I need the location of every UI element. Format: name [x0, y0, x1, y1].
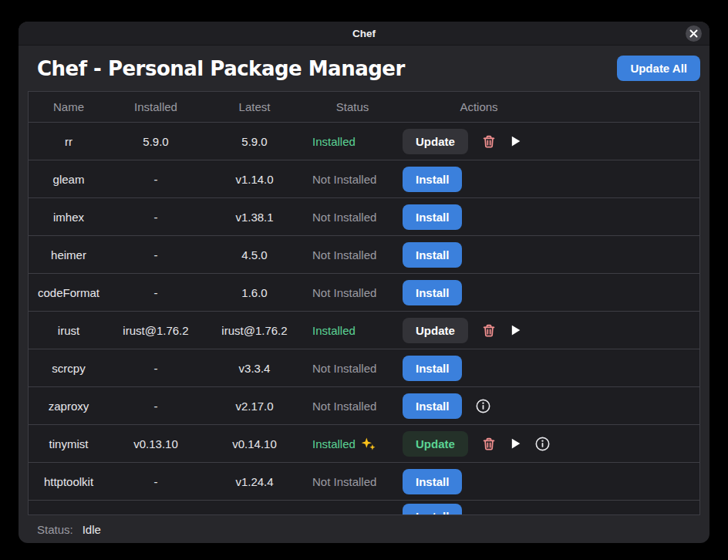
cell-installed: - [109, 400, 203, 413]
cell-latest: v0.14.10 [203, 437, 306, 450]
trash-icon [482, 134, 496, 149]
play-icon [510, 324, 521, 336]
trash-icon [482, 437, 496, 451]
cell-name: codeFormat [29, 286, 109, 299]
cell-installed: 5.9.0 [109, 135, 203, 148]
window-title: Chef [352, 28, 376, 39]
install-button[interactable]: Install [403, 167, 462, 192]
cell-actions: Update [399, 318, 699, 343]
cell-latest: v1.38.1 [203, 211, 306, 224]
cell-status: Not Installed [306, 211, 399, 224]
cell-actions: Update [399, 431, 699, 457]
run-button[interactable] [510, 132, 521, 150]
status-text: Installed [312, 324, 356, 337]
install-button[interactable]: Install [403, 469, 462, 494]
column-header-status: Status [306, 100, 399, 113]
close-button[interactable] [686, 25, 702, 42]
install-button[interactable]: Install [403, 204, 462, 230]
cell-status: Installed [306, 135, 399, 148]
cell-installed: - [109, 173, 203, 186]
column-header-installed: Installed [109, 100, 203, 113]
cell-installed: - [109, 362, 203, 375]
cell-actions: Update [399, 129, 699, 154]
table-row: irustirust@1.76.2irust@1.76.2InstalledUp… [29, 312, 699, 349]
info-button[interactable] [476, 396, 490, 415]
delete-button[interactable] [482, 434, 496, 453]
cell-name: zaproxy [29, 400, 109, 413]
cell-latest: v1.24.4 [203, 475, 306, 488]
run-button[interactable] [510, 434, 521, 453]
table-row: scrcpy-v3.3.4Not InstalledInstall [29, 349, 699, 387]
cell-status: Not Installed [306, 286, 399, 299]
info-icon [535, 437, 550, 451]
cell-name: heimer [29, 248, 109, 261]
cell-status: Not Installed [306, 173, 399, 186]
table-row: zaproxy-v2.17.0Not InstalledInstall [29, 387, 699, 425]
play-icon [510, 135, 521, 147]
page-title: Chef - Personal Package Manager [28, 57, 405, 80]
delete-button[interactable] [482, 321, 496, 339]
cell-latest: 5.9.0 [203, 135, 306, 148]
cell-latest: v3.3.4 [203, 362, 306, 375]
cell-latest: v2.17.0 [203, 400, 306, 413]
cell-name: scrcpy [29, 362, 109, 375]
cell-actions: Install [399, 469, 699, 494]
status-text: Not Installed [312, 248, 376, 261]
cell-actions: Install [399, 167, 699, 192]
cell-actions: Install [399, 242, 699, 268]
titlebar: Chef [19, 22, 709, 46]
cell-name: httptoolkit [29, 475, 109, 488]
update-button[interactable]: Update [403, 431, 468, 457]
cell-latest: irust@1.76.2 [203, 324, 306, 337]
status-text: Not Installed [312, 173, 376, 186]
install-button[interactable]: Install [403, 504, 462, 515]
cell-actions: Install [399, 280, 699, 305]
cell-latest: 4.5.0 [203, 248, 306, 261]
table-row: heimer-4.5.0Not InstalledInstall [29, 236, 699, 274]
cell-installed: - [109, 211, 203, 224]
table-row: codeFormat-1.6.0Not InstalledInstall [29, 274, 699, 312]
cell-installed: irust@1.76.2 [109, 324, 203, 337]
cell-installed: v0.13.10 [109, 437, 203, 450]
play-icon [510, 437, 521, 450]
cell-latest: v1.14.0 [203, 173, 306, 186]
install-button[interactable]: Install [403, 280, 462, 305]
cell-installed: - [109, 248, 203, 261]
cell-name: imhex [29, 211, 109, 224]
cell-installed: - [109, 475, 203, 488]
app-window: Chef Chef - Personal Package Manager Upd… [19, 22, 709, 543]
status-text: Not Installed [312, 475, 376, 488]
status-text: Not Installed [312, 362, 376, 375]
delete-button[interactable] [482, 132, 496, 150]
cell-status: Not Installed [306, 362, 399, 375]
install-button[interactable]: Install [403, 356, 462, 381]
status-text: Installed [312, 135, 356, 148]
table-row: rr5.9.05.9.0InstalledUpdate [29, 123, 699, 160]
cell-name: rr [29, 135, 109, 148]
column-header-actions: Actions [399, 100, 559, 113]
update-all-button[interactable]: Update All [617, 56, 700, 81]
run-button[interactable] [510, 321, 521, 339]
update-button[interactable]: Update [403, 129, 468, 154]
status-bar: Status: Idle [19, 515, 709, 543]
info-button[interactable] [535, 434, 550, 453]
table-row: imhex-v1.38.1Not InstalledInstall [29, 198, 699, 236]
cell-installed: - [109, 286, 203, 299]
update-button[interactable]: Update [403, 318, 468, 343]
cell-actions: Install [399, 393, 699, 419]
table-row: tinymistv0.13.10v0.14.10InstalledUpdate [29, 425, 699, 463]
info-icon [476, 399, 490, 413]
cell-actions: Install [399, 204, 699, 230]
cell-latest: 1.6.0 [203, 286, 306, 299]
install-button[interactable]: Install [403, 242, 462, 268]
cell-status: Installed [306, 437, 399, 450]
table-row: httptoolkit-v1.24.4Not InstalledInstall [29, 463, 699, 501]
column-header-latest: Latest [203, 100, 306, 113]
cell-status: Not Installed [306, 248, 399, 261]
column-header-name: Name [29, 100, 109, 113]
table-body: rr5.9.05.9.0InstalledUpdategleam-v1.14.0… [29, 123, 699, 515]
package-table: NameInstalledLatestStatusActions rr5.9.0… [28, 91, 700, 515]
status-text: Not Installed [312, 286, 376, 299]
app-header: Chef - Personal Package Manager Update A… [19, 46, 709, 91]
install-button[interactable]: Install [403, 393, 462, 419]
